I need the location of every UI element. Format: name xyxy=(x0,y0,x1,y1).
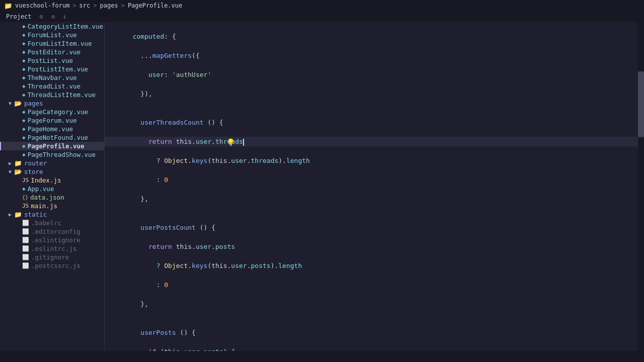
folder-open-icon: 📂 xyxy=(14,100,22,107)
folder-open-icon: 📂 xyxy=(14,168,22,175)
sidebar-label: main.js xyxy=(31,202,57,210)
sidebar-label: PostList.vue xyxy=(28,57,73,64)
sidebar-label: ForumListItem.vue xyxy=(28,40,92,47)
json-icon: {} xyxy=(22,195,28,200)
tab-bar: Project ⚙ ≡ ↕ xyxy=(0,11,644,22)
sidebar-item-pagehome[interactable]: ◈ PageHome.vue xyxy=(0,125,104,133)
sidebar-label: router xyxy=(24,159,47,167)
title-bar: 📁 vueschool-forum > src > pages > PagePr… xyxy=(0,0,644,11)
sidebar-item-postlistitem[interactable]: ◈ PostListItem.vue xyxy=(0,65,104,73)
sidebar-label: .gitignore xyxy=(31,253,69,261)
sidebar-label: PostListItem.vue xyxy=(28,65,88,73)
sidebar-item-mainjs[interactable]: JS main.js xyxy=(0,202,104,210)
code-line: ? Object.keys(this.user.posts).length xyxy=(105,261,638,270)
tab-menu-icon[interactable]: ≡ xyxy=(48,12,58,21)
tab-project[interactable]: Project xyxy=(3,12,35,21)
config-icon: ⬜ xyxy=(22,220,29,226)
sidebar[interactable]: ◈ CategoryListItem.vue ◈ ForumList.vue ◈… xyxy=(0,22,105,351)
vue-icon: ◈ xyxy=(22,134,26,141)
vue-icon: ◈ xyxy=(22,57,26,64)
config-icon: ⬜ xyxy=(22,228,29,235)
code-content: computed: { ...mapGetters({ us xyxy=(105,22,638,351)
code-line xyxy=(105,270,638,280)
code-line: userPostsCount () { xyxy=(105,223,638,232)
sidebar-label: store xyxy=(24,168,43,175)
code-line: }, xyxy=(105,299,638,309)
sidebar-item-eslintignore[interactable]: ⬜ .eslintignore xyxy=(0,236,104,244)
code-line: userThreadsCount () { xyxy=(105,118,638,127)
sidebar-item-indexjs[interactable]: JS Index.js xyxy=(0,176,104,185)
js-icon: JS xyxy=(22,203,29,209)
code-line xyxy=(105,337,638,347)
vue-icon: ◈ xyxy=(22,186,26,192)
code-line: user: 'authUser' xyxy=(105,70,638,79)
sidebar-item-editorconfig[interactable]: ⬜ .editorconfig xyxy=(0,227,104,236)
config-icon: ⬜ xyxy=(22,254,29,260)
main-layout: ◈ CategoryListItem.vue ◈ ForumList.vue ◈… xyxy=(0,22,644,351)
code-line xyxy=(105,99,638,108)
sidebar-item-pagecategory[interactable]: ◈ PageCategory.vue xyxy=(0,108,104,116)
sidebar-item-babelrc[interactable]: ⬜ .babelrc xyxy=(0,219,104,227)
vue-icon: ◈ xyxy=(22,83,26,89)
code-line: userPosts () { xyxy=(105,328,638,337)
code-line: return this.user.posts xyxy=(105,242,638,251)
sidebar-item-pagenotfound[interactable]: ◈ PageNotFound.vue xyxy=(0,133,104,142)
code-line xyxy=(105,108,638,118)
status-bar xyxy=(0,351,644,362)
sidebar-item-threadlist[interactable]: ◈ ThreadList.vue xyxy=(0,82,104,90)
sidebar-label: Index.js xyxy=(31,176,61,184)
sidebar-item-pageforum[interactable]: ◈ PageForum.vue xyxy=(0,116,104,125)
sidebar-item-thenavbar[interactable]: ◈ TheNavbar.vue xyxy=(0,73,104,82)
sidebar-item-pageprofile[interactable]: ◈ PageProfile.vue xyxy=(0,142,104,150)
sidebar-label: static xyxy=(24,211,47,218)
sidebar-label: PageProfile.vue xyxy=(28,142,85,150)
code-line xyxy=(105,165,638,175)
sidebar-item-postlist[interactable]: ◈ PostList.vue xyxy=(0,56,104,65)
tab-settings-icon[interactable]: ⚙ xyxy=(37,12,46,21)
sidebar-item-gitignore[interactable]: ⬜ .gitignore xyxy=(0,253,104,261)
sidebar-item-appvue[interactable]: ◈ App.vue xyxy=(0,185,104,193)
code-line xyxy=(105,290,638,299)
title-text-file: PageProfile.vue xyxy=(128,2,182,9)
code-editor[interactable]: computed: { ...mapGetters({ us xyxy=(105,22,638,351)
sidebar-item-datajson[interactable]: {} data.json xyxy=(0,193,104,202)
config-icon: ⬜ xyxy=(22,262,29,269)
code-line: ? Object.keys(this.user.threads).length xyxy=(105,156,638,165)
code-line xyxy=(105,309,638,318)
sidebar-label: ThreadList.vue xyxy=(28,82,80,90)
sidebar-item-store-folder[interactable]: ▼ 📂 store xyxy=(0,167,104,176)
sidebar-item-pages-folder[interactable]: ▼ 📂 pages xyxy=(0,99,104,108)
title-text-vueschool: vueschool-forum xyxy=(15,2,69,9)
vue-icon: ◈ xyxy=(22,74,26,81)
sidebar-item-static-folder[interactable]: ▶ 📁 static xyxy=(0,210,104,219)
tab-split-icon[interactable]: ↕ xyxy=(60,12,69,21)
code-line xyxy=(105,318,638,328)
sidebar-item-router-folder[interactable]: ▶ 📁 router xyxy=(0,159,104,167)
sidebar-item-categorylistitem[interactable]: ◈ CategoryListItem.vue xyxy=(0,22,104,31)
chevron-right-icon: ▶ xyxy=(6,212,14,217)
code-line xyxy=(105,185,638,194)
sidebar-label: PageForum.vue xyxy=(28,117,77,124)
lightbulb-icon[interactable]: 💡 xyxy=(226,138,235,147)
folder-icon: 📁 xyxy=(14,211,22,218)
sidebar-item-threadlistitem[interactable]: ◈ ThreadListItem.vue xyxy=(0,90,104,99)
sidebar-item-forumlistitem[interactable]: ◈ ForumListItem.vue xyxy=(0,39,104,48)
sidebar-item-posteditor[interactable]: ◈ PostEditor.vue xyxy=(0,48,104,56)
sidebar-item-eslintrc[interactable]: ⬜ .eslintrc.js xyxy=(0,244,104,253)
sidebar-item-pagethreadshow[interactable]: ◈ PageThreadShow.vue xyxy=(0,150,104,159)
code-line: : 0 xyxy=(105,175,638,185)
sidebar-label: PostEditor.vue xyxy=(28,48,80,56)
config-icon: ⬜ xyxy=(22,245,29,252)
sidebar-item-forumlist[interactable]: ◈ ForumList.vue xyxy=(0,31,104,39)
sidebar-label: PageCategory.vue xyxy=(28,108,88,116)
vue-icon: ◈ xyxy=(22,49,26,55)
vertical-scrollbar[interactable] xyxy=(638,22,644,351)
scrollbar-thumb[interactable] xyxy=(638,71,644,137)
vue-icon: ◈ xyxy=(22,126,26,132)
code-line: }, xyxy=(105,194,638,204)
code-line xyxy=(105,79,638,89)
sidebar-item-postcss[interactable]: ⬜ .postcssrc.js xyxy=(0,261,104,270)
sidebar-label: .postcssrc.js xyxy=(31,262,80,269)
code-line xyxy=(105,146,638,156)
code-line: }), xyxy=(105,89,638,99)
